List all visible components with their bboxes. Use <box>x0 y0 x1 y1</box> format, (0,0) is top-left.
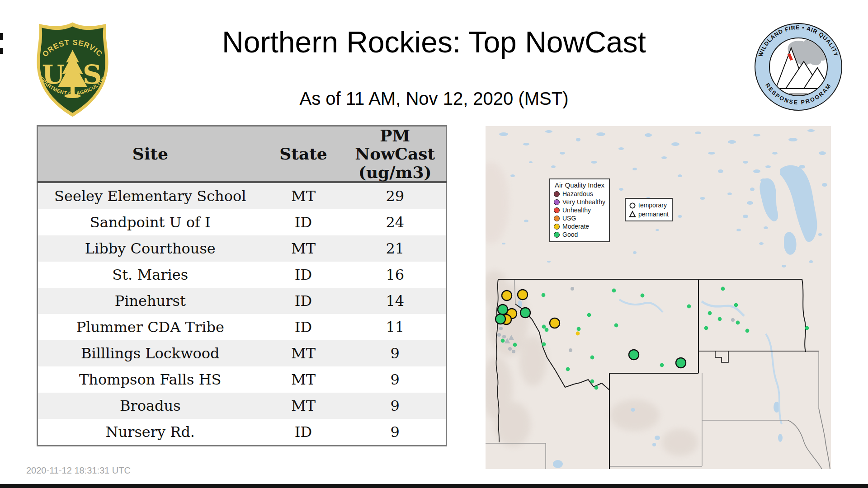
map-marker <box>545 328 549 332</box>
table-row: PinehurstID14 <box>38 288 447 314</box>
table-header: Site State PM NowCast (ug/m3) <box>38 126 447 183</box>
aqi-legend-item: Moderate <box>554 223 609 230</box>
site-cell: Plummer CDA Tribe <box>38 314 263 340</box>
site-cell: Sandpoint U of I <box>38 209 263 235</box>
site-cell: Thompson Falls HS <box>38 366 263 393</box>
nowcast-table: Site State PM NowCast (ug/m3) Seeley Ele… <box>37 125 447 446</box>
aqi-color-dot-icon <box>554 191 560 197</box>
value-cell: 24 <box>344 209 447 235</box>
table-row: St. MariesID16 <box>38 262 447 288</box>
aqi-legend-item: Hazardous <box>554 190 609 198</box>
site-cell: Billlings Lockwood <box>38 340 263 366</box>
table-row: BroadusMT9 <box>38 393 447 419</box>
page-root: { "header": { "title": "Northern Rockies… <box>0 0 868 488</box>
map-marker <box>577 327 581 331</box>
value-cell: 16 <box>344 262 447 288</box>
map-marker <box>805 326 809 330</box>
site-cell: St. Maries <box>38 262 263 288</box>
map-marker <box>708 311 712 315</box>
temporary-circle-icon <box>629 202 636 209</box>
table-row: Thompson Falls HSMT9 <box>38 366 447 393</box>
column-header-pm-nowcast: PM NowCast (ug/m3) <box>344 126 447 183</box>
aqi-legend-item: Good <box>554 231 609 239</box>
aqi-color-dot-icon <box>554 199 560 205</box>
map-marker <box>736 321 740 325</box>
table-row: Libby CourthouseMT21 <box>38 235 447 262</box>
state-cell: ID <box>263 419 344 446</box>
temporary-label: temporary <box>638 202 667 209</box>
permanent-label: permanent <box>638 211 669 218</box>
aqi-item-label: Moderate <box>562 223 589 230</box>
symbol-key-row-temporary: temporary <box>629 201 672 210</box>
basemap <box>486 126 831 469</box>
aqi-legend-item: Unhealthy <box>554 206 609 214</box>
map-marker <box>542 293 546 297</box>
value-cell: 9 <box>344 419 447 446</box>
table-row: Nursery Rd.ID9 <box>38 419 447 446</box>
map-marker <box>508 347 512 351</box>
map-marker <box>641 294 645 298</box>
map-marker <box>590 356 594 360</box>
state-cell: ID <box>263 209 344 235</box>
map-marker <box>497 333 501 337</box>
site-cell: Pinehurst <box>38 288 263 314</box>
site-cell: Broadus <box>38 393 263 419</box>
state-cell: MT <box>263 182 344 209</box>
map-marker <box>518 290 528 300</box>
map-marker <box>566 367 570 371</box>
map-marker <box>594 386 599 390</box>
site-cell: Nursery Rd. <box>38 419 263 446</box>
map-marker <box>499 327 503 330</box>
column-header-state: State <box>263 126 344 183</box>
table-body: Seeley Elementary SchoolMT29Sandpoint U … <box>38 182 447 446</box>
site-cell: Libby Courthouse <box>38 235 263 262</box>
aqi-legend-items: HazardousVery UnhealthyUnhealthyUSGModer… <box>550 190 609 239</box>
aqi-item-label: Hazardous <box>562 190 593 198</box>
map-marker <box>734 303 738 307</box>
map-marker <box>550 318 560 328</box>
map-marker <box>660 363 664 367</box>
state-cell: MT <box>263 393 344 419</box>
state-cell: ID <box>263 314 344 340</box>
map-marker <box>502 335 506 338</box>
map-marker <box>687 305 691 309</box>
map-marker <box>576 332 580 336</box>
aqi-legend-title: Air Quality Index <box>550 181 609 189</box>
map-marker <box>718 317 722 321</box>
site-cell: Seeley Elementary School <box>38 182 263 209</box>
value-cell: 14 <box>344 288 447 314</box>
value-cell: 29 <box>344 182 447 209</box>
symbol-key-row-permanent: permanent <box>629 210 672 219</box>
footer-timestamp: 2020-11-12 18:31:31 UTC <box>26 465 131 476</box>
map-marker <box>629 350 639 360</box>
map-marker <box>614 324 618 328</box>
map-marker <box>731 318 735 322</box>
state-cell: ID <box>263 262 344 288</box>
aqi-legend: Air Quality Index HazardousVery Unhealth… <box>549 178 610 242</box>
map-marker <box>571 287 574 291</box>
aqi-map: Air Quality Index HazardousVery Unhealth… <box>486 126 831 469</box>
aqi-item-label: USG <box>562 215 576 222</box>
aqi-legend-item: USG <box>554 215 609 222</box>
value-cell: 9 <box>344 366 447 393</box>
page-title: Northern Rockies: Top NowCast <box>0 25 868 59</box>
map-marker <box>676 358 686 368</box>
map-marker <box>520 308 530 318</box>
map-marker <box>721 287 725 291</box>
map-marker <box>502 291 512 300</box>
table-row: Plummer CDA TribeID11 <box>38 314 447 340</box>
aqi-legend-item: Very Unhealthy <box>554 198 609 206</box>
state-cell: MT <box>263 235 344 262</box>
map-marker <box>542 343 546 347</box>
map-marker <box>612 289 616 293</box>
page-subtitle: As of 11 AM, Nov 12, 2020 (MST) <box>0 89 868 109</box>
table-row: Billlings LockwoodMT9 <box>38 340 447 366</box>
symbol-key: temporary permanent <box>625 198 673 221</box>
permanent-triangle-icon <box>629 211 636 218</box>
value-cell: 11 <box>344 314 447 340</box>
map-marker <box>501 339 505 343</box>
aqi-color-dot-icon <box>554 232 560 238</box>
map-marker <box>745 329 750 333</box>
table-row: Sandpoint U of IID24 <box>38 209 447 235</box>
aqi-item-label: Good <box>562 231 578 239</box>
